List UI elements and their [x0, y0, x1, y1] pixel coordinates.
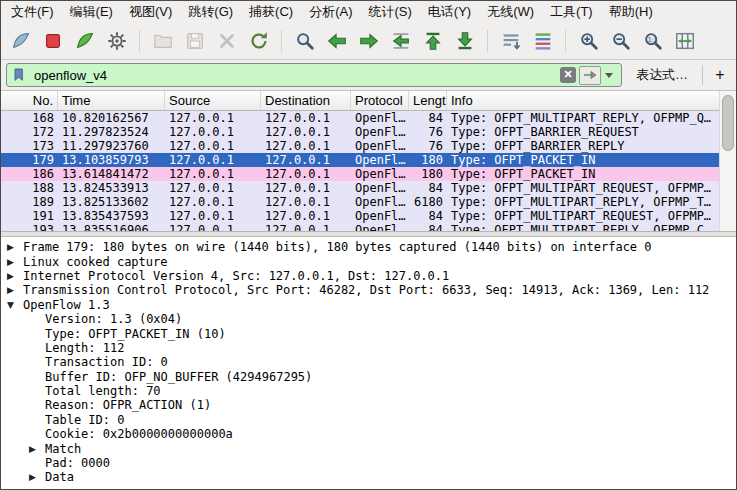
go-first-button[interactable]	[418, 27, 447, 56]
detail-line[interactable]: Version: 1.3 (0x04)	[1, 312, 736, 326]
packet-cell: 127.0.0.1	[261, 195, 351, 209]
detail-line[interactable]: ▶Match	[1, 441, 736, 455]
detail-line[interactable]: Reason: OFPR_ACTION (1)	[1, 398, 736, 412]
zoom-in-button[interactable]	[574, 27, 603, 56]
column-header[interactable]: Length	[409, 91, 447, 110]
filter-dropdown-caret-icon[interactable]	[605, 73, 613, 78]
packet-row[interactable]: 17913.103859793127.0.0.1127.0.0.1OpenFl……	[1, 153, 719, 167]
packet-cell: 188	[1, 181, 58, 195]
go-back-button[interactable]	[322, 27, 351, 56]
packet-row[interactable]: 17211.297823524127.0.0.1127.0.0.1OpenFl……	[1, 125, 719, 139]
filter-apply-icon[interactable]	[579, 66, 601, 85]
detail-line[interactable]: Type: OFPT_PACKET_IN (10)	[1, 326, 736, 340]
filter-bar-separator	[702, 65, 703, 85]
go-last-button[interactable]	[450, 27, 479, 56]
column-header[interactable]: No.	[1, 91, 58, 110]
detail-line[interactable]: Transaction ID: 0	[1, 355, 736, 369]
packet-details-pane: ▶Frame 179: 180 bytes on wire (1440 bits…	[1, 237, 736, 489]
reload-button[interactable]	[244, 27, 273, 56]
expression-button[interactable]: 表达式…	[628, 66, 696, 84]
filter-bookmark-icon[interactable]	[11, 66, 27, 84]
menu-item[interactable]: 编辑(E)	[62, 1, 121, 23]
menu-item[interactable]: 统计(S)	[360, 1, 419, 23]
menu-item[interactable]: 视图(V)	[121, 1, 180, 23]
scrollbar-thumb[interactable]	[722, 95, 734, 151]
close-file-button[interactable]	[212, 27, 241, 56]
detail-line[interactable]: Length: 112	[1, 341, 736, 355]
toolbar-separator	[487, 30, 488, 52]
expand-arrow-icon[interactable]: ▶	[29, 444, 45, 454]
add-filter-button[interactable]: +	[709, 66, 731, 84]
detail-line[interactable]: Buffer ID: OFP_NO_BUFFER (4294967295)	[1, 370, 736, 384]
packet-cell: 180	[409, 153, 447, 167]
menu-item[interactable]: 帮助(H)	[601, 1, 661, 23]
packet-cell: OpenFl…	[351, 195, 409, 209]
expand-arrow-icon[interactable]: ▶	[7, 271, 23, 281]
expand-arrow-icon[interactable]: ▶	[7, 285, 23, 295]
menu-item[interactable]: 电话(Y)	[420, 1, 479, 23]
column-header[interactable]: Source	[165, 91, 261, 110]
detail-line[interactable]: Pad: 0000	[1, 456, 736, 470]
colorize-button[interactable]	[528, 27, 557, 56]
collapse-arrow-icon[interactable]: ▼	[7, 300, 23, 310]
zoom-original-button[interactable]: 1:1	[638, 27, 667, 56]
packet-cell: OpenFl…	[351, 181, 409, 195]
display-filter-field[interactable]: openflow_v4 ✕	[6, 63, 622, 87]
auto-scroll-button[interactable]	[496, 27, 525, 56]
zoom-out-button[interactable]	[606, 27, 635, 56]
column-header[interactable]: Info	[447, 91, 719, 110]
column-header[interactable]: Protocol	[351, 91, 409, 110]
start-capture-button[interactable]	[6, 27, 35, 56]
menu-item[interactable]: 无线(W)	[479, 1, 542, 23]
packet-cell: 127.0.0.1	[165, 153, 261, 167]
packet-row[interactable]: 19113.835437593127.0.0.1127.0.0.1OpenFl……	[1, 209, 719, 223]
menu-item[interactable]: 工具(T)	[542, 1, 601, 23]
detail-line[interactable]: ▼OpenFlow 1.3	[1, 298, 736, 312]
packet-cell: 127.0.0.1	[165, 167, 261, 181]
detail-line[interactable]: ▶Internet Protocol Version 4, Src: 127.0…	[1, 269, 736, 283]
expand-arrow-icon[interactable]: ▶	[29, 472, 45, 482]
save-file-button[interactable]	[180, 27, 209, 56]
packet-row[interactable]: 19313.835516906127.0.0.1127.0.0.1OpenFl……	[1, 223, 719, 231]
packet-row[interactable]: 16810.820162567127.0.0.1127.0.0.1OpenFl……	[1, 111, 719, 125]
column-header[interactable]: Destination	[261, 91, 351, 110]
packet-cell: 189	[1, 195, 58, 209]
packet-cell: 127.0.0.1	[261, 111, 351, 125]
packet-list-scrollbar[interactable]	[719, 91, 736, 231]
detail-line[interactable]: Cookie: 0x2b0000000000000a	[1, 427, 736, 441]
detail-line[interactable]: Table ID: 0	[1, 413, 736, 427]
menu-item[interactable]: 文件(F)	[3, 1, 62, 23]
capture-options-button[interactable]	[102, 27, 131, 56]
detail-line[interactable]: ▶Frame 179: 180 bytes on wire (1440 bits…	[1, 240, 736, 254]
detail-line[interactable]: Total length: 70	[1, 384, 736, 398]
open-file-button[interactable]	[148, 27, 177, 56]
packet-cell: Type: OFPT_MULTIPART_REQUEST, OFPMP…	[447, 181, 719, 195]
go-forward-button[interactable]	[354, 27, 383, 56]
expand-arrow-icon[interactable]: ▶	[7, 242, 23, 252]
find-packet-button[interactable]	[290, 27, 319, 56]
magnifier-icon	[294, 30, 316, 52]
packet-cell: 127.0.0.1	[165, 195, 261, 209]
packet-row[interactable]: 18613.614841472127.0.0.1127.0.0.1OpenFl……	[1, 167, 719, 181]
packet-row[interactable]: 17311.297923760127.0.0.1127.0.0.1OpenFl……	[1, 139, 719, 153]
detail-line[interactable]: ▶Data	[1, 470, 736, 484]
detail-line[interactable]: ▶Transmission Control Protocol, Src Port…	[1, 283, 736, 297]
packet-cell: 6180	[409, 195, 447, 209]
column-header[interactable]: Time	[58, 91, 165, 110]
arrow-to-bottom-icon	[454, 30, 476, 52]
packet-cell: Type: OFPT_MULTIPART_REPLY, OFPMP_C…	[447, 223, 719, 231]
menu-item[interactable]: 捕获(C)	[241, 1, 301, 23]
menu-item[interactable]: 分析(A)	[301, 1, 360, 23]
expand-arrow-icon[interactable]: ▶	[7, 257, 23, 267]
restart-capture-button[interactable]	[70, 27, 99, 56]
packet-row[interactable]: 18913.825133602127.0.0.1127.0.0.1OpenFl……	[1, 195, 719, 209]
resize-columns-button[interactable]	[670, 27, 699, 56]
detail-line[interactable]: ▶Linux cooked capture	[1, 254, 736, 268]
go-to-packet-button[interactable]	[386, 27, 415, 56]
menu-item[interactable]: 跳转(G)	[180, 1, 241, 23]
filter-clear-icon[interactable]: ✕	[560, 67, 576, 83]
packet-row[interactable]: 18813.824533913127.0.0.1127.0.0.1OpenFl……	[1, 181, 719, 195]
display-filter-input[interactable]: openflow_v4	[27, 68, 557, 83]
packet-cell: OpenFl…	[351, 111, 409, 125]
stop-capture-button[interactable]	[38, 27, 67, 56]
